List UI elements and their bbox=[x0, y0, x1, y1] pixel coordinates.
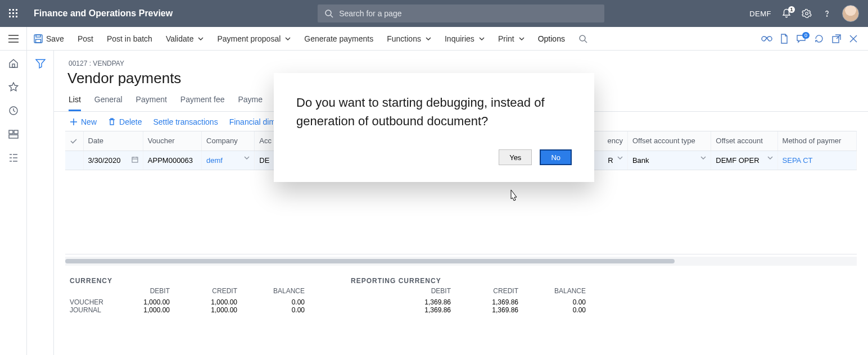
col-method[interactable]: Method of paymer bbox=[777, 131, 856, 151]
chevron-down-icon bbox=[519, 37, 525, 40]
svg-rect-27 bbox=[14, 130, 18, 134]
svg-point-19 bbox=[580, 35, 585, 41]
cell-offset-type[interactable]: Bank bbox=[627, 151, 711, 170]
svg-rect-17 bbox=[36, 35, 40, 37]
svg-rect-37 bbox=[132, 157, 138, 162]
breadcrumb: 00127 : VENDPAY bbox=[54, 51, 868, 67]
col-currency[interactable]: ency bbox=[593, 131, 627, 151]
col-company[interactable]: Company bbox=[202, 131, 255, 151]
cell-date[interactable]: 3/30/2020 bbox=[83, 151, 143, 170]
message-icon[interactable]: 0 bbox=[796, 34, 806, 43]
search-icon bbox=[324, 9, 333, 18]
refresh-icon[interactable] bbox=[814, 34, 824, 44]
col-offset-type[interactable]: Offset account type bbox=[627, 131, 711, 151]
chevron-down-icon[interactable] bbox=[244, 156, 250, 160]
cell-offset-account[interactable]: DEMF OPER bbox=[711, 151, 777, 170]
svg-rect-2 bbox=[16, 9, 17, 11]
chevron-down-icon[interactable] bbox=[617, 156, 623, 160]
row-checkbox[interactable] bbox=[65, 151, 83, 170]
totals-region: CURRENCY DEBITCREDITBALANCE VOUCHER1,000… bbox=[54, 266, 868, 314]
modules-icon[interactable] bbox=[8, 153, 19, 163]
delete-button[interactable]: Delete bbox=[108, 117, 142, 126]
post-button[interactable]: Post bbox=[71, 27, 100, 51]
chevron-down-icon[interactable] bbox=[700, 156, 706, 160]
grid-whitespace bbox=[65, 170, 857, 254]
totals-journal-row: 1,369.861,369.860.00 bbox=[351, 306, 598, 314]
help-icon[interactable] bbox=[822, 8, 832, 19]
save-label: Save bbox=[46, 34, 64, 43]
svg-rect-3 bbox=[9, 12, 11, 14]
options-button[interactable]: Options bbox=[531, 27, 572, 51]
app-title: Finance and Operations Preview bbox=[34, 8, 173, 19]
svg-rect-18 bbox=[36, 39, 41, 43]
svg-rect-4 bbox=[12, 12, 14, 14]
svg-rect-28 bbox=[9, 135, 18, 138]
action-bar: Save Post Post in batch Validate Payment… bbox=[0, 27, 868, 51]
gear-icon[interactable] bbox=[802, 8, 812, 19]
cell-voucher[interactable]: APPM000063 bbox=[143, 151, 201, 170]
new-button[interactable]: New bbox=[70, 117, 97, 126]
chevron-down-icon[interactable] bbox=[767, 156, 773, 160]
chevron-down-icon bbox=[285, 37, 291, 40]
cell-currency[interactable]: R bbox=[593, 151, 627, 170]
generate-payments-button[interactable]: Generate payments bbox=[297, 27, 380, 51]
tab-more[interactable]: Payme bbox=[238, 95, 263, 111]
funnel-icon[interactable] bbox=[35, 58, 46, 355]
tab-payment[interactable]: Payment bbox=[136, 95, 167, 111]
dialog-no-button[interactable]: No bbox=[540, 149, 572, 165]
svg-rect-1 bbox=[12, 9, 14, 11]
notification-badge: 1 bbox=[788, 6, 795, 13]
home-icon[interactable] bbox=[8, 58, 19, 69]
col-voucher[interactable]: Voucher bbox=[143, 131, 201, 151]
payment-proposal-dropdown[interactable]: Payment proposal bbox=[210, 27, 297, 51]
cell-company[interactable]: demf bbox=[202, 151, 255, 170]
save-button[interactable]: Save bbox=[27, 27, 71, 51]
select-all-checkbox[interactable] bbox=[65, 131, 83, 151]
cell-method[interactable]: SEPA CT bbox=[777, 151, 856, 170]
col-offset-account[interactable]: Offset account bbox=[711, 131, 777, 151]
workspace-icon[interactable] bbox=[8, 129, 19, 139]
document-icon[interactable] bbox=[780, 34, 788, 44]
col-date[interactable]: Date bbox=[83, 131, 143, 151]
message-count: 0 bbox=[802, 32, 810, 39]
avatar[interactable] bbox=[842, 5, 859, 22]
waffle-icon[interactable] bbox=[0, 0, 27, 27]
svg-rect-0 bbox=[9, 9, 11, 11]
star-icon[interactable] bbox=[8, 82, 19, 92]
print-dropdown[interactable]: Print bbox=[491, 27, 531, 51]
search-box[interactable]: Search for a page bbox=[318, 4, 604, 22]
tab-payment-fee[interactable]: Payment fee bbox=[180, 95, 225, 111]
confirm-dialog: Do you want to starting debugging, inste… bbox=[274, 73, 594, 182]
svg-rect-7 bbox=[12, 16, 14, 17]
post-in-batch-button[interactable]: Post in batch bbox=[100, 27, 159, 51]
action-search-button[interactable] bbox=[572, 27, 594, 51]
financial-dimensions-link[interactable]: Financial dime bbox=[229, 117, 280, 126]
functions-dropdown[interactable]: Functions bbox=[380, 27, 438, 51]
scrollbar-thumb[interactable] bbox=[65, 259, 675, 263]
chevron-down-icon bbox=[198, 37, 204, 40]
validate-dropdown[interactable]: Validate bbox=[159, 27, 211, 51]
svg-line-20 bbox=[585, 40, 587, 43]
inquiries-dropdown[interactable]: Inquiries bbox=[438, 27, 491, 51]
filter-column bbox=[27, 51, 54, 355]
chevron-down-icon bbox=[479, 37, 485, 40]
dialog-yes-button[interactable]: Yes bbox=[499, 149, 532, 165]
hamburger-icon[interactable] bbox=[0, 27, 27, 51]
bell-icon[interactable]: 1 bbox=[781, 8, 792, 19]
svg-rect-5 bbox=[16, 12, 17, 14]
svg-rect-26 bbox=[9, 130, 13, 134]
svg-point-12 bbox=[826, 16, 827, 16]
settle-transactions-link[interactable]: Settle transactions bbox=[153, 117, 218, 126]
popout-icon[interactable] bbox=[832, 34, 841, 43]
totals-voucher-row: VOUCHER1,000.001,000.000.00 bbox=[70, 298, 317, 306]
search-placeholder: Search for a page bbox=[339, 9, 401, 18]
horizontal-scrollbar[interactable] bbox=[65, 257, 857, 266]
tab-general[interactable]: General bbox=[94, 95, 123, 111]
infinity-icon[interactable] bbox=[761, 35, 772, 42]
close-icon[interactable] bbox=[849, 34, 858, 43]
calendar-icon[interactable] bbox=[132, 156, 138, 163]
dialog-message: Do you want to starting debugging, inste… bbox=[296, 93, 572, 130]
company-code[interactable]: DEMF bbox=[749, 10, 771, 18]
clock-icon[interactable] bbox=[8, 106, 19, 116]
tab-list[interactable]: List bbox=[69, 95, 81, 111]
